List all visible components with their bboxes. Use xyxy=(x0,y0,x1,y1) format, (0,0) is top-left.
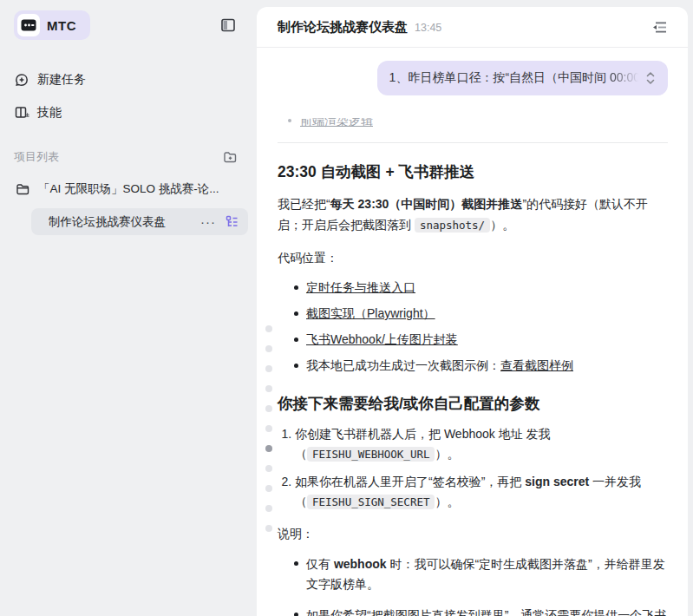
page-title: 制作论坛挑战赛仪表盘 xyxy=(278,19,408,36)
sidebar-item-label: 技能 xyxy=(37,105,62,121)
section-divider xyxy=(278,142,668,143)
message-dot[interactable] xyxy=(265,345,272,352)
section-heading-screenshot: 23:30 自动截图 + 飞书群推送 xyxy=(278,161,668,182)
view-snapshot-link[interactable]: 查看截图样例 xyxy=(500,358,573,372)
frontend-render-link[interactable]: 前端渲染逻辑 xyxy=(300,118,373,129)
project-list-label: 项目列表 xyxy=(14,149,59,165)
brand-badge[interactable]: MTC xyxy=(14,10,90,40)
sidebar-nav: 新建任务 技能 xyxy=(0,64,257,128)
section-heading-params: 你接下来需要给我/或你自己配置的参数 xyxy=(278,393,668,414)
feishu-webhook-link[interactable]: 飞书Webhook/上传图片封装 xyxy=(306,332,458,346)
sidebar-item-active-project[interactable]: 制作论坛挑战赛仪表盘 ··· xyxy=(31,208,248,235)
list-item: 如果你在机器人里开启了“签名校验”，再把 sign secret 一并发我（FE… xyxy=(295,472,668,512)
code-location-label: 代码位置： xyxy=(278,247,668,268)
message-dot[interactable] xyxy=(265,405,272,412)
clipped-list-item: 前端渲染逻辑 xyxy=(278,118,668,129)
message-dot[interactable] xyxy=(265,425,272,432)
new-task-icon xyxy=(14,72,29,88)
message-dot[interactable] xyxy=(265,485,272,492)
user-message-text: 1、昨日榜单口径：按“自然日（中国时间 xyxy=(389,70,610,84)
cron-entry-link[interactable]: 定时任务与推送入口 xyxy=(306,280,415,294)
list-item: 你创建飞书群机器人后，把 Webhook 地址 发我（FEISHU_WEBHOO… xyxy=(295,424,668,464)
message-dot-active[interactable] xyxy=(265,445,272,452)
sidebar-item-label: 新建任务 xyxy=(37,72,86,88)
message-dot[interactable] xyxy=(265,505,272,512)
sidebar: MTC 新建任务 技能 项目列表 「AI 无限职场」SOLO 挑战赛-论. xyxy=(0,0,257,616)
task-timestamp: 13:45 xyxy=(415,22,441,34)
snapshots-code: snapshots/ xyxy=(415,218,490,233)
sidebar-item-skills[interactable]: 技能 xyxy=(0,97,257,128)
message-dot[interactable] xyxy=(265,365,272,372)
message-dot-timeline xyxy=(265,325,272,532)
list-item: 截图实现（Playwright） xyxy=(296,305,668,323)
list-item: 飞书Webhook/上传图片封装 xyxy=(296,331,668,349)
sidebar-item-new-task[interactable]: 新建任务 xyxy=(0,64,257,95)
project-folder-label: 「AI 无限职场」SOLO 挑战赛-论... xyxy=(38,181,219,197)
main-header: 制作论坛挑战赛仪表盘 13:45 xyxy=(257,7,688,48)
sign-secret-code: FEISHU_SIGN_SECRET xyxy=(307,495,435,509)
message-dot[interactable] xyxy=(265,465,272,472)
notes-list: 仅有 webhook 时：我可以确保“定时生成截图并落盘”，并给群里发文字版榜单… xyxy=(278,554,668,616)
list-item: 我本地已成功生成过一次截图示例：查看截图样例 xyxy=(296,357,668,375)
conversation-content: 1、昨日榜单口径：按“自然日（中国时间 00:00 前端渲染逻辑 23:30 自… xyxy=(257,48,688,616)
params-steps-list: 你创建飞书群机器人后，把 Webhook 地址 发我（FEISHU_WEBHOO… xyxy=(279,424,668,512)
playwright-link[interactable]: 截图实现（Playwright） xyxy=(306,306,435,320)
brand-logo-icon xyxy=(17,14,40,36)
bullet-dot xyxy=(288,119,291,122)
message-dot[interactable] xyxy=(265,385,272,392)
folder-icon xyxy=(16,182,30,197)
message-dot[interactable] xyxy=(265,525,272,532)
webhook-url-code: FEISHU_WEBHOOK_URL xyxy=(307,447,435,462)
code-links-list: 定时任务与推送入口 截图实现（Playwright） 飞书Webhook/上传图… xyxy=(278,279,668,375)
new-project-icon[interactable] xyxy=(220,147,239,167)
active-project-label: 制作论坛挑战赛仪表盘 xyxy=(49,214,200,230)
project-folder-item[interactable]: 「AI 无限职场」SOLO 挑战赛-论... xyxy=(0,174,257,203)
project-tree-icon[interactable] xyxy=(225,214,239,229)
example-prefix: 我本地已成功生成过一次截图示例： xyxy=(306,358,500,372)
user-message-fade-text: 00:00 xyxy=(610,70,640,84)
main-panel: 制作论坛挑战赛仪表盘 13:45 1、昨日榜单口径：按“自然日（中国时间 00:… xyxy=(257,7,688,616)
list-item: 如果你希望“把截图图片直接发到群里”，通常还需要你提供一个飞书自建应用的 app… xyxy=(296,606,668,616)
user-message-bubble[interactable]: 1、昨日榜单口径：按“自然日（中国时间 00:00 xyxy=(377,61,668,95)
project-more-icon[interactable]: ··· xyxy=(200,218,216,226)
list-item: 仅有 webhook 时：我可以确保“定时生成截图并落盘”，并给群里发文字版榜单… xyxy=(296,554,668,594)
list-item: 定时任务与推送入口 xyxy=(296,279,668,297)
outline-toggle-icon[interactable] xyxy=(650,17,669,36)
message-dot[interactable] xyxy=(265,325,272,332)
skills-icon xyxy=(14,105,29,121)
sidebar-collapse-icon[interactable] xyxy=(219,16,238,35)
brand-name: MTC xyxy=(47,18,76,33)
expand-message-icon[interactable] xyxy=(645,71,656,85)
paragraph-screenshot-intro: 我已经把“每天 23:30（中国时间）截图并推送”的代码接好（默认不开启；开启后… xyxy=(278,193,668,236)
note-label: 说明： xyxy=(278,523,668,544)
